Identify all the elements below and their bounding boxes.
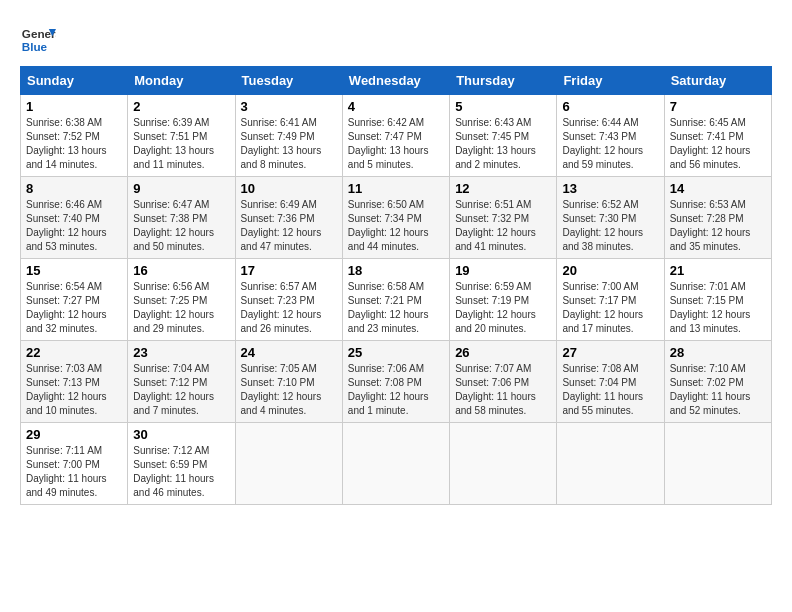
svg-text:Blue: Blue bbox=[22, 40, 48, 53]
calendar-cell bbox=[235, 423, 342, 505]
logo-icon: General Blue bbox=[20, 20, 56, 56]
page-header: General Blue bbox=[20, 20, 772, 56]
calendar-cell: 16Sunrise: 6:56 AMSunset: 7:25 PMDayligh… bbox=[128, 259, 235, 341]
calendar-table: SundayMondayTuesdayWednesdayThursdayFrid… bbox=[20, 66, 772, 505]
calendar-cell: 6Sunrise: 6:44 AMSunset: 7:43 PMDaylight… bbox=[557, 95, 664, 177]
day-number: 26 bbox=[455, 345, 551, 360]
calendar-cell: 26Sunrise: 7:07 AMSunset: 7:06 PMDayligh… bbox=[450, 341, 557, 423]
day-number: 20 bbox=[562, 263, 658, 278]
day-info: Sunrise: 7:11 AMSunset: 7:00 PMDaylight:… bbox=[26, 444, 122, 500]
calendar-cell: 4Sunrise: 6:42 AMSunset: 7:47 PMDaylight… bbox=[342, 95, 449, 177]
day-number: 29 bbox=[26, 427, 122, 442]
day-header-monday: Monday bbox=[128, 67, 235, 95]
day-number: 22 bbox=[26, 345, 122, 360]
day-info: Sunrise: 7:00 AMSunset: 7:17 PMDaylight:… bbox=[562, 280, 658, 336]
calendar-cell bbox=[664, 423, 771, 505]
calendar-cell: 20Sunrise: 7:00 AMSunset: 7:17 PMDayligh… bbox=[557, 259, 664, 341]
calendar-cell: 27Sunrise: 7:08 AMSunset: 7:04 PMDayligh… bbox=[557, 341, 664, 423]
calendar-week-row: 15Sunrise: 6:54 AMSunset: 7:27 PMDayligh… bbox=[21, 259, 772, 341]
day-number: 23 bbox=[133, 345, 229, 360]
day-number: 16 bbox=[133, 263, 229, 278]
day-info: Sunrise: 7:12 AMSunset: 6:59 PMDaylight:… bbox=[133, 444, 229, 500]
calendar-week-row: 22Sunrise: 7:03 AMSunset: 7:13 PMDayligh… bbox=[21, 341, 772, 423]
day-number: 13 bbox=[562, 181, 658, 196]
calendar-cell: 28Sunrise: 7:10 AMSunset: 7:02 PMDayligh… bbox=[664, 341, 771, 423]
day-number: 30 bbox=[133, 427, 229, 442]
day-number: 5 bbox=[455, 99, 551, 114]
calendar-cell: 22Sunrise: 7:03 AMSunset: 7:13 PMDayligh… bbox=[21, 341, 128, 423]
calendar-cell: 7Sunrise: 6:45 AMSunset: 7:41 PMDaylight… bbox=[664, 95, 771, 177]
day-number: 24 bbox=[241, 345, 337, 360]
day-number: 8 bbox=[26, 181, 122, 196]
day-info: Sunrise: 7:04 AMSunset: 7:12 PMDaylight:… bbox=[133, 362, 229, 418]
day-info: Sunrise: 6:41 AMSunset: 7:49 PMDaylight:… bbox=[241, 116, 337, 172]
day-number: 7 bbox=[670, 99, 766, 114]
day-number: 12 bbox=[455, 181, 551, 196]
day-info: Sunrise: 6:57 AMSunset: 7:23 PMDaylight:… bbox=[241, 280, 337, 336]
calendar-cell: 23Sunrise: 7:04 AMSunset: 7:12 PMDayligh… bbox=[128, 341, 235, 423]
day-info: Sunrise: 6:50 AMSunset: 7:34 PMDaylight:… bbox=[348, 198, 444, 254]
day-number: 6 bbox=[562, 99, 658, 114]
calendar-header-row: SundayMondayTuesdayWednesdayThursdayFrid… bbox=[21, 67, 772, 95]
day-number: 14 bbox=[670, 181, 766, 196]
day-number: 28 bbox=[670, 345, 766, 360]
day-info: Sunrise: 6:56 AMSunset: 7:25 PMDaylight:… bbox=[133, 280, 229, 336]
day-info: Sunrise: 7:05 AMSunset: 7:10 PMDaylight:… bbox=[241, 362, 337, 418]
day-number: 15 bbox=[26, 263, 122, 278]
logo: General Blue bbox=[20, 20, 56, 56]
day-info: Sunrise: 6:46 AMSunset: 7:40 PMDaylight:… bbox=[26, 198, 122, 254]
calendar-cell: 5Sunrise: 6:43 AMSunset: 7:45 PMDaylight… bbox=[450, 95, 557, 177]
day-number: 9 bbox=[133, 181, 229, 196]
calendar-cell: 15Sunrise: 6:54 AMSunset: 7:27 PMDayligh… bbox=[21, 259, 128, 341]
calendar-cell: 2Sunrise: 6:39 AMSunset: 7:51 PMDaylight… bbox=[128, 95, 235, 177]
calendar-cell: 18Sunrise: 6:58 AMSunset: 7:21 PMDayligh… bbox=[342, 259, 449, 341]
calendar-cell bbox=[342, 423, 449, 505]
calendar-cell: 29Sunrise: 7:11 AMSunset: 7:00 PMDayligh… bbox=[21, 423, 128, 505]
day-info: Sunrise: 6:54 AMSunset: 7:27 PMDaylight:… bbox=[26, 280, 122, 336]
day-info: Sunrise: 6:52 AMSunset: 7:30 PMDaylight:… bbox=[562, 198, 658, 254]
calendar-cell bbox=[557, 423, 664, 505]
calendar-cell bbox=[450, 423, 557, 505]
day-header-sunday: Sunday bbox=[21, 67, 128, 95]
calendar-week-row: 1Sunrise: 6:38 AMSunset: 7:52 PMDaylight… bbox=[21, 95, 772, 177]
day-info: Sunrise: 6:53 AMSunset: 7:28 PMDaylight:… bbox=[670, 198, 766, 254]
day-number: 21 bbox=[670, 263, 766, 278]
day-info: Sunrise: 7:03 AMSunset: 7:13 PMDaylight:… bbox=[26, 362, 122, 418]
calendar-cell: 8Sunrise: 6:46 AMSunset: 7:40 PMDaylight… bbox=[21, 177, 128, 259]
calendar-cell: 9Sunrise: 6:47 AMSunset: 7:38 PMDaylight… bbox=[128, 177, 235, 259]
day-number: 3 bbox=[241, 99, 337, 114]
day-header-wednesday: Wednesday bbox=[342, 67, 449, 95]
calendar-cell: 10Sunrise: 6:49 AMSunset: 7:36 PMDayligh… bbox=[235, 177, 342, 259]
day-number: 25 bbox=[348, 345, 444, 360]
day-number: 10 bbox=[241, 181, 337, 196]
day-number: 11 bbox=[348, 181, 444, 196]
calendar-week-row: 29Sunrise: 7:11 AMSunset: 7:00 PMDayligh… bbox=[21, 423, 772, 505]
day-info: Sunrise: 7:06 AMSunset: 7:08 PMDaylight:… bbox=[348, 362, 444, 418]
calendar-cell: 13Sunrise: 6:52 AMSunset: 7:30 PMDayligh… bbox=[557, 177, 664, 259]
day-info: Sunrise: 6:39 AMSunset: 7:51 PMDaylight:… bbox=[133, 116, 229, 172]
calendar-week-row: 8Sunrise: 6:46 AMSunset: 7:40 PMDaylight… bbox=[21, 177, 772, 259]
calendar-cell: 11Sunrise: 6:50 AMSunset: 7:34 PMDayligh… bbox=[342, 177, 449, 259]
calendar-cell: 21Sunrise: 7:01 AMSunset: 7:15 PMDayligh… bbox=[664, 259, 771, 341]
calendar-cell: 12Sunrise: 6:51 AMSunset: 7:32 PMDayligh… bbox=[450, 177, 557, 259]
calendar-cell: 19Sunrise: 6:59 AMSunset: 7:19 PMDayligh… bbox=[450, 259, 557, 341]
day-header-thursday: Thursday bbox=[450, 67, 557, 95]
calendar-cell: 17Sunrise: 6:57 AMSunset: 7:23 PMDayligh… bbox=[235, 259, 342, 341]
day-number: 27 bbox=[562, 345, 658, 360]
day-info: Sunrise: 7:08 AMSunset: 7:04 PMDaylight:… bbox=[562, 362, 658, 418]
day-number: 18 bbox=[348, 263, 444, 278]
day-number: 4 bbox=[348, 99, 444, 114]
calendar-cell: 30Sunrise: 7:12 AMSunset: 6:59 PMDayligh… bbox=[128, 423, 235, 505]
day-info: Sunrise: 6:47 AMSunset: 7:38 PMDaylight:… bbox=[133, 198, 229, 254]
day-info: Sunrise: 6:45 AMSunset: 7:41 PMDaylight:… bbox=[670, 116, 766, 172]
day-info: Sunrise: 6:49 AMSunset: 7:36 PMDaylight:… bbox=[241, 198, 337, 254]
day-header-friday: Friday bbox=[557, 67, 664, 95]
calendar-cell: 3Sunrise: 6:41 AMSunset: 7:49 PMDaylight… bbox=[235, 95, 342, 177]
day-info: Sunrise: 6:42 AMSunset: 7:47 PMDaylight:… bbox=[348, 116, 444, 172]
day-info: Sunrise: 6:44 AMSunset: 7:43 PMDaylight:… bbox=[562, 116, 658, 172]
calendar-cell: 24Sunrise: 7:05 AMSunset: 7:10 PMDayligh… bbox=[235, 341, 342, 423]
calendar-cell: 1Sunrise: 6:38 AMSunset: 7:52 PMDaylight… bbox=[21, 95, 128, 177]
day-header-saturday: Saturday bbox=[664, 67, 771, 95]
day-info: Sunrise: 6:38 AMSunset: 7:52 PMDaylight:… bbox=[26, 116, 122, 172]
day-info: Sunrise: 6:43 AMSunset: 7:45 PMDaylight:… bbox=[455, 116, 551, 172]
